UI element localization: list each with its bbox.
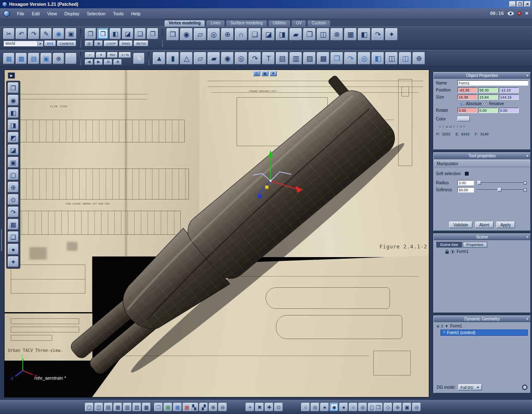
dg-expand-icon[interactable]: ⊕ [436, 324, 440, 328]
shade-flat-icon[interactable]: ● [320, 403, 329, 412]
rotate-z-field[interactable]: 0.00 [499, 108, 519, 113]
cube-smooth-icon[interactable]: ❒ [331, 52, 343, 65]
undo-icon[interactable]: ↶ [16, 28, 27, 39]
frame-grid-icon[interactable]: ▦ [8, 219, 19, 230]
record-dot-icon[interactable] [517, 12, 521, 15]
softness-field[interactable]: 50.00 [457, 187, 474, 193]
layout-single-icon[interactable]: ▢ [85, 403, 94, 412]
tab-utilities[interactable]: Utilities [268, 20, 290, 26]
menu-edit[interactable]: Edit [29, 10, 43, 17]
softness-slider-handle[interactable] [498, 188, 501, 192]
ruled-surface-icon[interactable]: ▨ [303, 52, 316, 65]
rotate-view-icon[interactable]: ↷ [8, 207, 19, 217]
layout-three-top-icon[interactable]: ▧ [133, 403, 141, 412]
shade-wireframe-icon[interactable]: ○ [301, 403, 310, 412]
extrude-face-icon[interactable]: ◨ [276, 28, 288, 41]
grow-select-icon[interactable]: ⊕ [94, 41, 103, 46]
shaded-toggle-icon[interactable]: ● [8, 244, 19, 255]
dg-indicator-circle[interactable] [522, 385, 527, 390]
loop-button[interactable]: LOOP [104, 41, 118, 46]
view-right-icon[interactable]: ◨ [8, 120, 19, 130]
weld-points-icon[interactable]: ⊗ [331, 28, 343, 41]
layout-quad-icon[interactable]: ▦ [114, 403, 122, 412]
invert-selection-button[interactable]: INV [107, 52, 118, 58]
symmetry-plane-icon[interactable]: ◫ [399, 52, 411, 65]
radius-slider-handle[interactable] [477, 181, 481, 185]
select-vertex-icon[interactable]: ❒ [97, 28, 109, 39]
view-front-icon[interactable]: ▣ [8, 157, 19, 168]
tab-lines[interactable]: Lines [206, 20, 225, 26]
bend-tool-icon[interactable]: ↷ [372, 28, 384, 41]
relative-radio[interactable] [484, 102, 487, 106]
camera-frame-icon[interactable]: ▣ [403, 403, 411, 412]
hatch-grid-icon[interactable]: ▨ [28, 53, 39, 64]
soft-selection-toggle[interactable] [465, 172, 469, 176]
pyramid-primitive-icon[interactable]: △ [180, 52, 193, 65]
image-label-icon[interactable]: ▣ [65, 28, 77, 39]
select-grow-icon[interactable]: ⊕ [114, 59, 122, 65]
select-edge-icon[interactable]: ◧ [110, 28, 121, 39]
rotate-y-field[interactable]: 0.00 [478, 108, 498, 113]
lathe-surface-icon[interactable]: ◎ [358, 52, 370, 65]
translate-tool-icon[interactable]: ❒ [167, 28, 179, 41]
sphere-primitive-icon[interactable]: ◉ [221, 52, 234, 65]
view-top-icon[interactable]: ◩ [8, 132, 19, 143]
viewport-menu-icon[interactable]: ▼ [270, 71, 277, 76]
tessellation-plus-button[interactable]: + [96, 52, 106, 58]
text-primitive-icon[interactable]: T [262, 52, 275, 65]
select-shrink-icon[interactable]: ⊖ [104, 59, 112, 65]
view-sphere-icon[interactable]: ◉ [8, 95, 19, 106]
size-z-field[interactable]: 144.15 [499, 94, 519, 100]
ring-button[interactable]: RING [119, 41, 133, 46]
cylinder-primitive-icon[interactable]: ▮ [167, 52, 179, 65]
shade-hidden-line-icon[interactable]: ◎ [311, 403, 319, 412]
menu-selection[interactable]: Selection [84, 10, 108, 17]
camera-reset-icon[interactable]: ◎ [412, 403, 421, 412]
magnet-soft-icon[interactable]: ∩ [235, 28, 247, 41]
surface-patch-icon[interactable]: ▰ [208, 52, 220, 65]
scene-item-label[interactable]: Form1 [457, 249, 469, 254]
dg-mode-dropdown-arrow-icon[interactable]: ▼ [476, 386, 479, 389]
lights-toggle-icon[interactable]: ✦ [8, 256, 19, 267]
bridge-icon[interactable]: ▦ [344, 28, 357, 41]
snowflake-icon[interactable]: ❄ [65, 53, 77, 64]
redo-icon[interactable]: ↷ [28, 28, 39, 39]
loop-select-icon[interactable]: ◎ [85, 41, 93, 46]
radius-slider[interactable] [476, 181, 527, 185]
viewport-3d[interactable]: PLAN VIEW VIEW LOOKING INBOARD LEFT HAND… [4, 70, 429, 397]
menu-help[interactable]: Help [128, 10, 143, 17]
dg-mode-select[interactable]: Full DG ▼ [458, 384, 482, 390]
apply-button[interactable]: Apply [496, 221, 515, 228]
camera-pan-icon[interactable]: ◇ [384, 403, 392, 412]
lock-icon[interactable] [445, 251, 449, 254]
menu-file[interactable]: File [14, 10, 27, 17]
dg-selected-label[interactable]: Form1 (control) [447, 330, 475, 335]
world-dropdown-arrow-icon[interactable]: ▼ [37, 41, 43, 46]
restore-button[interactable]: ❐ [517, 1, 523, 7]
softness-slider[interactable] [476, 188, 527, 192]
decimate-icon[interactable]: ✦ [385, 28, 398, 41]
eye-icon[interactable] [508, 12, 514, 15]
shade-xray-icon[interactable]: ◎ [358, 403, 367, 412]
network-surface-icon[interactable]: ▩ [317, 52, 329, 65]
uv-checker-icon[interactable]: ▚ [190, 403, 198, 412]
minimize-button[interactable]: _ [509, 1, 516, 7]
select-object-icon[interactable]: ❑ [135, 28, 146, 39]
position-x-field[interactable]: -43.38 [457, 87, 477, 93]
dg-selected-row[interactable]: └ Form1 (control) [440, 330, 528, 336]
camera-zoom-icon[interactable]: ⊕ [393, 403, 402, 412]
edge-next-icon[interactable]: ▶ [94, 59, 103, 65]
xyz-button[interactable]: XYZ [44, 41, 56, 46]
view-front-ortho-icon[interactable]: ▦ [173, 403, 182, 412]
dot-snap-icon[interactable]: ▞ [199, 403, 208, 412]
photo-plane-icon[interactable]: ▣ [41, 53, 52, 64]
layout-three-left-icon[interactable]: ▥ [123, 403, 132, 412]
view-top-ortho-icon[interactable]: ▦ [164, 403, 172, 412]
one-n-button[interactable]: 1 / N [119, 52, 131, 58]
scene-tree-row[interactable]: Form1 [434, 248, 530, 254]
radius-field[interactable]: 3.00 [457, 180, 474, 185]
view-bottom-icon[interactable]: ◪ [8, 144, 19, 155]
betw-button[interactable]: BETW [134, 41, 148, 46]
mesh-grid-icon[interactable]: ▩ [16, 53, 27, 64]
size-y-field[interactable]: 15.84 [478, 94, 498, 100]
